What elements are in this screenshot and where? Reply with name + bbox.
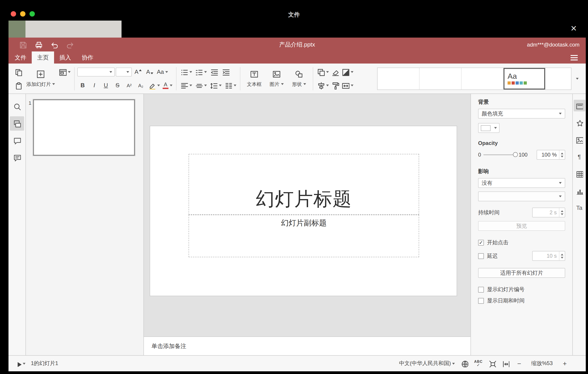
bullet-list-button[interactable] — [179, 66, 193, 77]
font-color-button[interactable]: A — [162, 80, 173, 91]
theme-option-5[interactable] — [546, 68, 571, 89]
insert-textbox-button[interactable]: 文本框 — [243, 66, 265, 91]
strikethrough-button[interactable]: S — [112, 80, 123, 91]
theme-option-selected[interactable]: Aa — [504, 68, 546, 89]
shape-fill-button[interactable] — [340, 66, 354, 77]
chart-settings-icon[interactable] — [574, 185, 585, 196]
theme-option-1[interactable] — [378, 68, 420, 89]
slide-size-button[interactable] — [340, 80, 354, 91]
textart-settings-icon[interactable]: Ta — [574, 202, 585, 213]
opacity-slider[interactable] — [483, 154, 516, 155]
opacity-input[interactable]: 100 % — [537, 150, 565, 160]
slide-subtitle-placeholder[interactable]: 幻灯片副标题 — [189, 215, 419, 257]
apply-to-all-slides-button[interactable]: 适用于所有幻灯片 — [478, 268, 565, 278]
redo-icon[interactable] — [64, 40, 74, 49]
align-shape-button[interactable] — [316, 80, 330, 91]
background-fill-select[interactable]: 颜色填充 — [478, 109, 565, 119]
spellcheck-icon[interactable]: ABC✓ — [474, 360, 483, 367]
spinner-arrows[interactable] — [559, 208, 565, 217]
numbered-list-button[interactable] — [194, 66, 208, 77]
start-on-click-checkbox[interactable]: ✓ 开始点击 — [478, 239, 565, 246]
slide-canvas: 幻灯片标题 幻灯片副标题 — [144, 94, 471, 336]
italic-button[interactable]: I — [89, 80, 100, 91]
tab-insert[interactable]: 插入 — [54, 51, 76, 64]
table-settings-icon[interactable] — [574, 168, 585, 179]
spinner-arrows[interactable] — [559, 150, 565, 159]
decrease-indent-button[interactable] — [209, 66, 219, 77]
slide[interactable]: 幻灯片标题 幻灯片副标题 — [150, 126, 457, 296]
show-date-time-checkbox[interactable]: 显示日期和时间 — [478, 297, 565, 305]
spinner-arrows[interactable] — [559, 252, 565, 260]
show-slide-number-checkbox[interactable]: 显示幻灯片编号 — [478, 286, 565, 294]
start-slideshow-button[interactable] — [14, 359, 26, 368]
columns-button[interactable] — [223, 80, 237, 91]
slider-knob[interactable] — [513, 152, 518, 157]
copy-style-button[interactable] — [330, 80, 340, 91]
fit-to-width-icon[interactable] — [502, 360, 509, 367]
delay-input[interactable]: 10 s — [532, 251, 565, 261]
set-language-icon[interactable] — [461, 360, 468, 367]
increase-indent-button[interactable] — [220, 66, 231, 77]
tab-home[interactable]: 主页 — [32, 51, 54, 64]
theme-gallery-expand-button[interactable] — [571, 67, 581, 90]
theme-option-3[interactable] — [462, 68, 504, 89]
language-selector[interactable]: 中文(中华人民共和国) — [399, 360, 455, 367]
comments-icon[interactable] — [10, 133, 24, 148]
effect-select[interactable]: 没有 — [478, 178, 565, 188]
subscript-button[interactable]: A₂ — [135, 80, 146, 91]
copy-button[interactable] — [13, 66, 24, 77]
tab-collaboration[interactable]: 协作 — [76, 51, 99, 64]
arrange-shape-button[interactable] — [316, 66, 330, 77]
decrease-font-size-button[interactable]: A — [144, 66, 155, 77]
tab-file[interactable]: 文件 — [9, 51, 32, 64]
paragraph-settings-icon[interactable]: ¶ — [574, 151, 585, 162]
notes-area[interactable]: 单击添加备注 — [144, 336, 471, 355]
shape-icon — [294, 70, 303, 78]
image-settings-icon[interactable] — [574, 134, 585, 145]
font-name-combobox[interactable] — [77, 67, 115, 76]
slides-panel-icon[interactable] — [10, 116, 24, 131]
font-size-combobox[interactable] — [116, 67, 132, 76]
checkbox-unchecked[interactable] — [478, 253, 484, 259]
search-icon[interactable] — [10, 99, 24, 114]
zoom-in-button[interactable]: + — [561, 360, 569, 367]
line-spacing-button[interactable] — [209, 80, 222, 91]
shape-settings-icon[interactable] — [574, 117, 585, 128]
slide-title-placeholder[interactable]: 幻灯片标题 — [189, 154, 419, 215]
editor-window: × 产品介绍.pptx adm***@dootask.com 文件 主页 插入 … — [9, 21, 586, 371]
preview-button[interactable]: 预览 — [478, 221, 565, 231]
add-slide-button[interactable]: 添加幻灯片 — [24, 66, 58, 91]
delay-checkbox[interactable]: 延迟 — [478, 252, 498, 260]
save-icon[interactable] — [17, 40, 27, 49]
vertical-align-button[interactable] — [194, 80, 208, 91]
undo-icon[interactable] — [49, 40, 59, 49]
close-icon[interactable]: × — [567, 22, 580, 35]
background-color-picker[interactable] — [478, 123, 500, 133]
underline-button[interactable]: U — [101, 80, 111, 91]
increase-font-size-button[interactable]: A — [133, 66, 143, 77]
theme-option-2[interactable] — [420, 68, 462, 89]
highlight-color-button[interactable] — [147, 80, 161, 91]
duration-input[interactable]: 2 s — [532, 208, 565, 217]
bold-button[interactable]: B — [77, 80, 88, 91]
checkbox-unchecked[interactable] — [478, 287, 484, 293]
slide-thumbnail[interactable] — [33, 99, 135, 156]
checkbox-unchecked[interactable] — [478, 298, 484, 304]
change-layout-button[interactable] — [58, 66, 72, 77]
clear-style-button[interactable] — [330, 66, 340, 77]
insert-image-button[interactable]: 图片 — [265, 66, 288, 91]
insert-shape-button[interactable]: 形状 — [288, 66, 310, 91]
background-app-thumbnail — [9, 21, 25, 38]
chat-icon[interactable] — [10, 150, 24, 165]
menu-icon[interactable] — [569, 53, 579, 62]
checkbox-checked[interactable]: ✓ — [478, 240, 484, 246]
paste-button[interactable] — [13, 80, 24, 91]
slide-settings-icon[interactable] — [574, 100, 585, 111]
zoom-out-button[interactable]: − — [515, 360, 523, 367]
superscript-button[interactable]: A² — [124, 80, 135, 91]
effect-type-select[interactable] — [478, 191, 565, 201]
print-icon[interactable] — [33, 40, 43, 49]
horizontal-align-button[interactable] — [179, 80, 193, 91]
fit-to-slide-icon[interactable] — [488, 360, 496, 367]
change-case-button[interactable]: Aa — [156, 66, 169, 77]
